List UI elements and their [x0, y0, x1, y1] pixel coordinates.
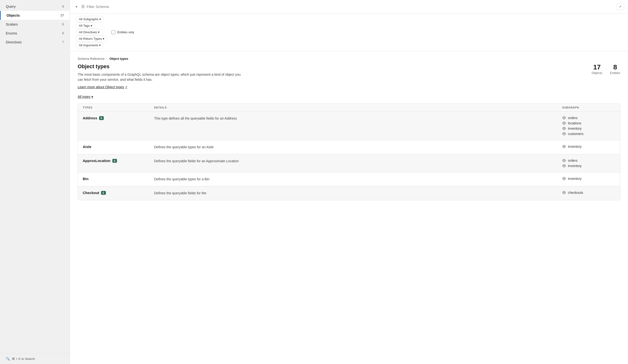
subgraph-name: inventory: [568, 127, 582, 130]
filter-directives-button[interactable]: All Directives ▾: [76, 29, 103, 35]
entities-only-label[interactable]: Entities only: [117, 30, 134, 34]
learn-more-text: Learn more about Object types: [78, 85, 124, 89]
chevron-down-icon: ▾: [99, 43, 101, 47]
entities-count: 8: [610, 63, 620, 71]
subgraph-name: inventory: [568, 145, 582, 148]
sidebar: Query 8 Objects 17 Scalars 6 Enums 6 Dir…: [0, 0, 70, 364]
entities-stat: 8 Entities: [610, 63, 620, 75]
chevron-down-icon: ▾: [76, 5, 78, 8]
type-name: Checkout E: [83, 191, 150, 195]
objects-count: 17: [592, 63, 602, 71]
subgraph-cube-icon: [562, 132, 566, 136]
subgraph-cube-icon: [562, 159, 566, 162]
subgraph-cube-icon: [562, 127, 566, 130]
subgraph-item: inventory: [562, 127, 615, 130]
subgraph-name: inventory: [568, 177, 582, 181]
entities-label: Entities: [610, 71, 620, 75]
sidebar-item-label: Directives: [6, 40, 22, 44]
col-details: DETAILS: [154, 106, 558, 109]
table-row[interactable]: ApproxLocation E Defines the queryable f…: [78, 154, 620, 172]
sidebar-item-label: Query: [6, 4, 16, 8]
all-types-button[interactable]: All types ▾: [78, 94, 93, 100]
subgraph-cube-icon: [562, 164, 566, 168]
share-button[interactable]: ↗: [616, 3, 624, 10]
sidebar-nav: Query 8 Objects 17 Scalars 6 Enums 6 Dir…: [0, 0, 70, 353]
entity-badge: E: [112, 159, 117, 163]
detail-text: This type defines all the queryable fiel…: [154, 116, 558, 121]
sidebar-footer: 🔍 ⌘ + K to Search: [0, 353, 70, 364]
chevron-down-icon: ▾: [98, 30, 100, 34]
objects-label: Objects: [592, 71, 602, 75]
subgraph-item: inventory: [562, 145, 615, 148]
table-row[interactable]: Address E This type defines all the quer…: [78, 112, 620, 140]
sidebar-item-count: 17: [58, 13, 64, 17]
filter-return-types-button[interactable]: All Return Types ▾: [76, 35, 108, 42]
filter-subgraphs-button[interactable]: All Subgraphs ▾: [76, 16, 104, 22]
subgraph-item: locations: [562, 121, 615, 125]
all-types-chevron: ▾: [91, 95, 93, 99]
sidebar-item-objects[interactable]: Objects 17: [0, 11, 70, 20]
type-name: Bin: [83, 177, 150, 181]
filter-schema-input[interactable]: [86, 4, 614, 9]
sidebar-item-label: Objects: [6, 13, 20, 17]
sidebar-item-scalars[interactable]: Scalars 6: [0, 20, 70, 29]
page-header: Object types The most basic components o…: [78, 63, 620, 89]
breadcrumb-parent[interactable]: Schema Reference: [78, 57, 104, 61]
entity-badge: E: [101, 191, 106, 195]
subgraph-cube-icon: [562, 121, 566, 125]
chevron-down-icon: ▾: [91, 24, 92, 27]
sidebar-item-count: 7: [58, 40, 64, 44]
filter-tags-button[interactable]: All Tags ▾: [76, 22, 95, 29]
subgraph-item: inventory: [562, 177, 615, 181]
entity-badge: E: [99, 116, 104, 120]
subgraph-item: inventory: [562, 164, 615, 168]
filter-subgraphs-label: All Subgraphs: [79, 17, 98, 21]
sidebar-item-query[interactable]: Query 8: [0, 2, 70, 11]
table-row[interactable]: Bin Defines the queryable types for a Bi…: [78, 172, 620, 186]
filter-tags-label: All Tags: [79, 24, 90, 27]
subgraph-name: checkouts: [568, 191, 583, 195]
subgraph-item: checkouts: [562, 191, 615, 195]
subgraph-item: orders: [562, 116, 615, 120]
subgraph-list: orders locations inventory customers: [562, 116, 615, 136]
subgraph-name: orders: [568, 116, 578, 120]
filter-return-types-label: All Return Types: [79, 37, 102, 41]
subgraph-name: locations: [568, 121, 581, 125]
sidebar-item-count: 8: [58, 4, 64, 8]
sidebar-item-enums[interactable]: Enums 6: [0, 29, 70, 38]
topbar-dropdown-button[interactable]: ▾: [74, 4, 79, 9]
content-area: Schema Reference › Object types Object t…: [70, 51, 628, 364]
sidebar-item-count: 6: [58, 31, 64, 35]
search-icon: 🔍: [6, 357, 10, 361]
subgraph-name: orders: [568, 159, 578, 162]
table-row[interactable]: Aisle Defines the queryable types for an…: [78, 140, 620, 154]
external-link-icon: ↗: [125, 85, 127, 89]
filter-icon: ☰: [81, 4, 85, 9]
subgraph-list: checkouts: [562, 191, 615, 195]
subgraph-cube-icon: [562, 191, 566, 195]
chevron-down-icon: ▾: [103, 37, 104, 41]
col-types: TYPES: [83, 106, 150, 109]
learn-more-link[interactable]: Learn more about Object types ↗: [78, 85, 127, 89]
subgraph-cube-icon: [562, 177, 566, 181]
filterbar: All Subgraphs ▾All Tags ▾All Directives …: [70, 13, 628, 51]
sidebar-item-label: Enums: [6, 31, 17, 35]
detail-text: Defines the queryable types for an Aisle: [154, 145, 558, 150]
subgraph-list: orders inventory: [562, 159, 615, 168]
page-description: The most basic components of a GraphQL s…: [78, 72, 242, 82]
objects-stat: 17 Objects: [592, 63, 602, 75]
type-name: Aisle: [83, 145, 150, 149]
detail-text: Defines the queryable types for a Bin: [154, 177, 558, 182]
sidebar-item-directives[interactable]: Directives 7: [0, 38, 70, 47]
entities-only-checkbox[interactable]: [111, 30, 115, 34]
filter-arguments-label: All Arguments: [79, 43, 98, 47]
table-row[interactable]: Checkout E Defines the queryable fields …: [78, 186, 620, 200]
entities-only-wrapper: Entities only: [111, 30, 134, 34]
filter-arguments-button[interactable]: All Arguments ▾: [76, 42, 104, 48]
filter-directives-label: All Directives: [79, 30, 97, 34]
subgraph-item: customers: [562, 132, 615, 136]
sidebar-item-label: Scalars: [6, 22, 18, 26]
search-shortcut: ⌘ + K to Search: [12, 357, 35, 361]
type-name: Address E: [83, 116, 150, 120]
subgraph-list: inventory: [562, 145, 615, 148]
